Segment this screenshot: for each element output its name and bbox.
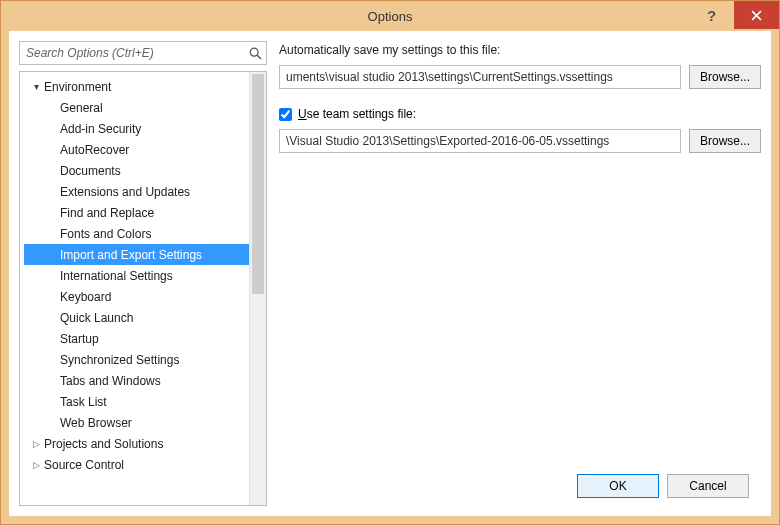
titlebar[interactable]: Options ?	[1, 1, 779, 31]
tree-item-label: Source Control	[44, 458, 124, 472]
tree-item-label: Projects and Solutions	[44, 437, 163, 451]
tree-item-label: Extensions and Updates	[60, 185, 190, 199]
tree-item-label: Tabs and Windows	[60, 374, 161, 388]
tree-item-extensions-and-updates[interactable]: Extensions and Updates	[24, 181, 266, 202]
tree-item-label: Find and Replace	[60, 206, 154, 220]
dialog-footer: OK Cancel	[577, 474, 749, 498]
close-button[interactable]	[734, 1, 779, 29]
auto-save-path-input[interactable]	[279, 65, 681, 89]
tree-item-environment[interactable]: Environment	[24, 76, 266, 97]
tree-item-label: Quick Launch	[60, 311, 133, 325]
titlebar-controls: ?	[689, 1, 779, 29]
search-icon[interactable]	[244, 47, 266, 60]
tree-item-label: Startup	[60, 332, 99, 346]
tree-item-documents[interactable]: Documents	[24, 160, 266, 181]
dialog-body: EnvironmentGeneralAdd-in SecurityAutoRec…	[9, 31, 771, 516]
tree-item-label: Environment	[44, 80, 111, 94]
window-title: Options	[368, 9, 413, 24]
tree-item-label: Add-in Security	[60, 122, 141, 136]
tree-item-find-and-replace[interactable]: Find and Replace	[24, 202, 266, 223]
options-tree[interactable]: EnvironmentGeneralAdd-in SecurityAutoRec…	[19, 71, 267, 506]
browse-team-button[interactable]: Browse...	[689, 129, 761, 153]
tree-item-autorecover[interactable]: AutoRecover	[24, 139, 266, 160]
tree-item-keyboard[interactable]: Keyboard	[24, 286, 266, 307]
search-box[interactable]	[19, 41, 267, 65]
tree-item-label: Synchronized Settings	[60, 353, 179, 367]
browse-auto-save-button[interactable]: Browse...	[689, 65, 761, 89]
scrollbar-thumb[interactable]	[252, 74, 264, 294]
tree-item-add-in-security[interactable]: Add-in Security	[24, 118, 266, 139]
tree-item-label: Fonts and Colors	[60, 227, 151, 241]
chevron-right-icon[interactable]	[30, 459, 42, 470]
chevron-down-icon[interactable]	[30, 81, 42, 92]
tree-item-import-and-export-settings[interactable]: Import and Export Settings	[24, 244, 266, 265]
team-path-row: Browse...	[279, 129, 761, 153]
chevron-right-icon[interactable]	[30, 438, 42, 449]
svg-point-0	[250, 48, 258, 56]
tree-item-task-list[interactable]: Task List	[24, 391, 266, 412]
tree-scrollbar[interactable]	[249, 72, 266, 505]
tree-item-general[interactable]: General	[24, 97, 266, 118]
tree-item-label: General	[60, 101, 103, 115]
tree-item-international-settings[interactable]: International Settings	[24, 265, 266, 286]
tree-item-label: Web Browser	[60, 416, 132, 430]
settings-panel: Automatically save my settings to this f…	[279, 41, 761, 506]
auto-save-label: Automatically save my settings to this f…	[279, 43, 761, 57]
tree-item-label: Documents	[60, 164, 121, 178]
cancel-button[interactable]: Cancel	[667, 474, 749, 498]
tree-item-label: Task List	[60, 395, 107, 409]
search-input[interactable]	[20, 46, 244, 60]
tree-item-web-browser[interactable]: Web Browser	[24, 412, 266, 433]
help-button[interactable]: ?	[689, 1, 734, 29]
use-team-checkbox[interactable]	[279, 108, 292, 121]
tree-item-label: Import and Export Settings	[60, 248, 202, 262]
tree-item-quick-launch[interactable]: Quick Launch	[24, 307, 266, 328]
use-team-label[interactable]: Use team settings file:	[298, 107, 416, 121]
tree-item-synchronized-settings[interactable]: Synchronized Settings	[24, 349, 266, 370]
tree-item-tabs-and-windows[interactable]: Tabs and Windows	[24, 370, 266, 391]
auto-save-row: Browse...	[279, 65, 761, 89]
tree-item-label: International Settings	[60, 269, 173, 283]
tree-item-startup[interactable]: Startup	[24, 328, 266, 349]
tree-item-fonts-and-colors[interactable]: Fonts and Colors	[24, 223, 266, 244]
options-dialog: Options ? EnvironmentGeneralAdd-in Secur…	[0, 0, 780, 525]
tree-item-projects-and-solutions[interactable]: Projects and Solutions	[24, 433, 266, 454]
team-path-input[interactable]	[279, 129, 681, 153]
ok-button[interactable]: OK	[577, 474, 659, 498]
use-team-row: Use team settings file:	[279, 107, 761, 121]
close-icon	[751, 10, 762, 21]
tree-item-label: AutoRecover	[60, 143, 129, 157]
tree-item-label: Keyboard	[60, 290, 111, 304]
tree-item-source-control[interactable]: Source Control	[24, 454, 266, 475]
svg-line-1	[257, 55, 261, 59]
left-pane: EnvironmentGeneralAdd-in SecurityAutoRec…	[19, 41, 267, 506]
